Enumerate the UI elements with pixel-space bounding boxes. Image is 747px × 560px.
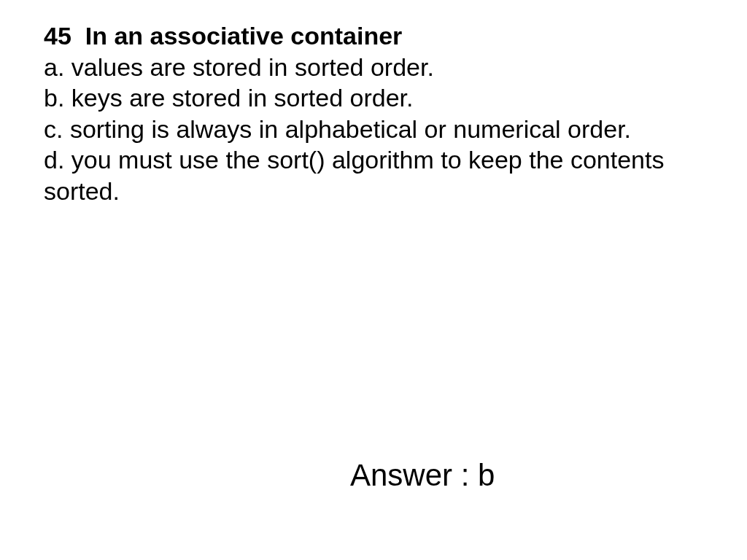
question-number: 45 [44, 22, 71, 50]
question-header: 45 In an associative container [44, 20, 703, 52]
option-d: d. you must use the sort() algorithm to … [44, 144, 703, 206]
option-c: c. sorting is always in alphabetical or … [44, 114, 703, 145]
answer-label: Answer : b [350, 458, 495, 493]
option-a: a. values are stored in sorted order. [44, 52, 703, 83]
question-block: 45 In an associative container a. values… [44, 20, 703, 206]
option-b: b. keys are stored in sorted order. [44, 82, 703, 114]
slide-content: 45 In an associative container a. values… [0, 0, 747, 206]
question-title: In an associative container [85, 22, 403, 50]
